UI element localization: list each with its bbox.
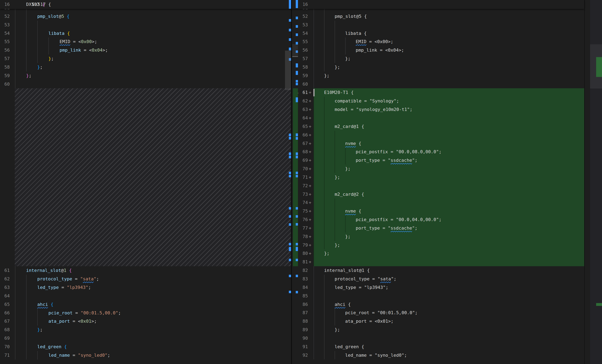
code-line[interactable]: 62+compatible = "Synology"; xyxy=(292,97,590,105)
code-line[interactable]: 70led_green { xyxy=(0,343,291,351)
code-line-content[interactable]: m2_card@2 { xyxy=(313,190,584,198)
line-number[interactable]: 57 xyxy=(0,54,10,63)
code-line-content[interactable]: internal_slot@1 { xyxy=(313,266,584,275)
code-line[interactable]: 56pmp_link = <0x04>; xyxy=(0,46,291,54)
line-number[interactable]: 62 xyxy=(0,275,10,283)
code-line[interactable]: 91led_green { xyxy=(292,343,590,351)
code-line[interactable]: 69+port_type = "ssdcache"; xyxy=(292,156,590,165)
code-line[interactable]: 86ahci { xyxy=(292,300,590,309)
code-line[interactable]: 87pcie_root = "00:01.5,00.0"; xyxy=(292,309,590,317)
code-line-content[interactable]: compatible = "Synology"; xyxy=(313,97,584,105)
code-line-content[interactable]: }; xyxy=(15,72,291,80)
code-line-content[interactable]: pmp_link = <0x04>; xyxy=(313,46,584,54)
code-line[interactable]: 52pmp_slot@5 { xyxy=(292,12,590,21)
code-line[interactable]: 57}; xyxy=(0,54,291,63)
code-line-content[interactable]: ata_port = <0x01>; xyxy=(313,317,584,325)
code-line-content[interactable] xyxy=(313,198,584,207)
code-line[interactable]: 54libata { xyxy=(292,29,590,38)
code-line-content[interactable]: nvme { xyxy=(313,139,584,148)
code-line[interactable]: 88ata_port = <0x01>; xyxy=(292,317,590,325)
line-number[interactable]: 63 xyxy=(0,283,10,292)
code-line-content[interactable]: EMID = <0x00>; xyxy=(313,37,584,46)
line-number[interactable]: 67 xyxy=(0,317,10,325)
code-line[interactable]: 59}; xyxy=(292,72,590,80)
code-line-content[interactable]: }; xyxy=(15,54,291,63)
code-line-content[interactable] xyxy=(15,21,291,29)
code-line-content[interactable] xyxy=(313,80,584,88)
code-line-content[interactable]: pcie_postfix = "00.0,08.0,00.0"; xyxy=(313,148,584,156)
code-line[interactable]: 62protocol_type = "sata"; xyxy=(0,275,291,283)
code-line[interactable]: 61+E10M20-T1 { xyxy=(292,88,590,97)
code-line[interactable]: 80+}; xyxy=(292,249,590,258)
code-line[interactable]: 54libata { xyxy=(0,29,291,38)
line-number[interactable]: 65 xyxy=(0,300,10,309)
code-line-content[interactable] xyxy=(15,334,291,343)
code-line[interactable]: 73+m2_card@2 { xyxy=(292,190,590,198)
code-line[interactable]: 68+pcie_postfix = "00.0,08.0,00.0"; xyxy=(292,148,590,156)
code-line[interactable]: 72+ xyxy=(292,182,590,190)
code-line[interactable]: 53 xyxy=(292,21,590,29)
code-line[interactable]: 55EMID = <0x00>; xyxy=(0,37,291,46)
code-line-content[interactable] xyxy=(15,292,291,300)
code-line[interactable]: 60 xyxy=(292,80,590,88)
code-line-content[interactable]: led_type = "lp3943"; xyxy=(15,283,291,292)
code-line[interactable]: 74+ xyxy=(292,198,590,207)
code-line[interactable]: 83protocol_type = "sata"; xyxy=(292,275,590,283)
code-line-content[interactable]: port_type = "ssdcache"; xyxy=(313,156,584,165)
code-line[interactable]: 76+pcie_postfix = "00.0,04.0,00.0"; xyxy=(292,215,590,224)
line-number[interactable]: 68 xyxy=(0,325,10,334)
code-line-content[interactable]: led_type = "lp3943"; xyxy=(313,283,584,292)
code-line[interactable]: 90 xyxy=(292,334,590,343)
code-line-content[interactable]: }; xyxy=(313,54,584,63)
code-line-content[interactable]: led_name = "syno_led0"; xyxy=(313,351,584,360)
code-line-content[interactable]: libata { xyxy=(15,29,291,38)
line-number[interactable]: 60 xyxy=(0,80,10,88)
code-line-content[interactable]: }; xyxy=(313,232,584,241)
original-scrollbar-thumb[interactable] xyxy=(285,51,291,90)
code-line[interactable]: 58}; xyxy=(292,63,590,72)
code-line[interactable]: 69 xyxy=(0,334,291,343)
diff-overview-ruler[interactable] xyxy=(590,0,602,364)
code-line-content[interactable]: }; xyxy=(15,63,291,72)
code-line-content[interactable] xyxy=(313,182,584,190)
code-line[interactable]: 65+m2_card@1 { xyxy=(292,122,590,131)
code-line-content[interactable]: }; xyxy=(313,72,584,80)
code-line[interactable]: 84led_type = "lp3943"; xyxy=(292,283,590,292)
line-number[interactable]: 55 xyxy=(0,37,10,46)
code-line-content[interactable] xyxy=(313,131,584,139)
code-line-content[interactable] xyxy=(313,21,584,29)
code-line[interactable]: 61internal_slot@1 { xyxy=(0,266,291,275)
code-line-content[interactable] xyxy=(313,258,584,266)
code-line-content[interactable]: pcie_root = "00:01.5,00.0"; xyxy=(15,309,291,317)
code-line[interactable]: 81+ xyxy=(292,258,590,266)
code-line-content[interactable]: m2_card@1 { xyxy=(313,122,584,131)
code-line[interactable]: 71+}; xyxy=(292,173,590,182)
code-line[interactable]: 67+nvme { xyxy=(292,139,590,148)
modified-scrollbar-thumb[interactable] xyxy=(292,44,298,57)
code-line[interactable]: 82internal_slot@1 { xyxy=(292,266,590,275)
code-line-content[interactable] xyxy=(313,292,584,300)
code-line-content[interactable]: libata { xyxy=(313,29,584,38)
code-line[interactable]: 63+model = "synology_e10m20-t1"; xyxy=(292,105,590,114)
code-line[interactable]: 64+ xyxy=(292,114,590,122)
code-line[interactable]: 89}; xyxy=(292,325,590,334)
line-number[interactable]: 64 xyxy=(0,292,10,300)
code-line-content[interactable]: }; xyxy=(313,325,584,334)
code-line-content[interactable]: }; xyxy=(15,325,291,334)
code-line[interactable]: 58}; xyxy=(0,63,291,72)
line-number[interactable]: 70 xyxy=(0,343,10,351)
code-line-content[interactable]: internal_slot@1 { xyxy=(15,266,291,275)
code-line-content[interactable]: pmp_link = <0x04>; xyxy=(15,46,291,54)
code-line-content[interactable]: E10M20-T1 { xyxy=(313,88,584,97)
code-line[interactable]: 85 xyxy=(292,292,590,300)
line-number[interactable]: 59 xyxy=(0,72,10,80)
code-line[interactable]: 53 xyxy=(0,21,291,29)
code-line-content[interactable]: pmp_slot@5 { xyxy=(15,12,291,21)
code-line-content[interactable]: ahci { xyxy=(15,300,291,309)
code-line[interactable]: 63led_type = "lp3943"; xyxy=(0,283,291,292)
code-line-content[interactable]: }; xyxy=(313,173,584,182)
code-line[interactable]: 75+nvme { xyxy=(292,207,590,215)
code-line-content[interactable]: led_green { xyxy=(15,343,291,351)
code-line-content[interactable]: protocol_type = "sata"; xyxy=(15,275,291,283)
code-line-content[interactable]: }; xyxy=(313,241,584,250)
